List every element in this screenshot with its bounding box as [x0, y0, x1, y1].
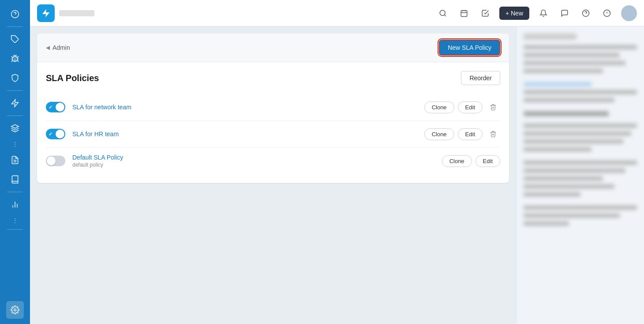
svg-rect-14 [461, 11, 467, 17]
logo-area [37, 4, 94, 22]
workspace-name[interactable] [59, 10, 94, 16]
hr-edit-button[interactable]: Edit [458, 128, 483, 140]
hr-toggle[interactable]: ✓ [46, 129, 65, 139]
settings-icon[interactable] [6, 301, 24, 319]
layers-more-dots[interactable]: ⋮ [10, 139, 20, 149]
shield-icon[interactable] [6, 69, 24, 87]
sla-section-header: SLA Policies Reorder [46, 71, 500, 85]
search-icon[interactable] [436, 6, 450, 20]
table-row: ✓ Default SLA Policy default policy Clon… [46, 148, 500, 174]
topbar: + New [30, 0, 644, 26]
network-toggle[interactable]: ✓ [46, 102, 65, 112]
hr-sla-actions: Clone Edit [424, 127, 500, 141]
sidebar-divider-1 [7, 26, 23, 27]
document-icon[interactable] [6, 151, 24, 169]
sla-panel: ◀ Admin New SLA Policy SLA Policies Reor… [37, 34, 509, 183]
svg-line-13 [444, 15, 446, 16]
content-area: ◀ Admin New SLA Policy SLA Policies Reor… [30, 26, 644, 324]
default-sla-name[interactable]: Default SLA Policy [72, 154, 435, 161]
network-sla-actions: Clone Edit [424, 100, 500, 114]
info-icon[interactable] [600, 6, 614, 20]
right-sidebar-content [524, 34, 637, 226]
default-clone-button[interactable]: Clone [442, 155, 472, 167]
avatar[interactable] [621, 5, 637, 21]
main-area: + New ◀ Admin [30, 0, 644, 324]
svg-marker-3 [12, 100, 19, 107]
chart-more-dots[interactable]: ⋮ [10, 215, 20, 226]
sla-section: SLA Policies Reorder ✓ SLA for network t… [37, 62, 509, 183]
default-sla-info: Default SLA Policy default policy [72, 154, 435, 168]
sla-list: ✓ SLA for network team Clone Edit [46, 94, 500, 174]
default-toggle[interactable]: ✓ [46, 156, 65, 166]
chart-icon[interactable] [6, 196, 24, 213]
bell-icon[interactable] [536, 6, 550, 20]
layers-icon[interactable] [6, 119, 24, 137]
breadcrumb[interactable]: ◀ Admin [46, 44, 70, 51]
calendar-icon[interactable] [457, 6, 471, 20]
svg-point-12 [440, 10, 445, 15]
hr-delete-button[interactable] [486, 127, 500, 141]
reorder-button[interactable]: Reorder [461, 71, 500, 85]
topbar-actions: + New [436, 5, 637, 21]
help-icon[interactable] [6, 5, 24, 23]
tasks-icon[interactable] [478, 6, 492, 20]
table-row: ✓ SLA for HR team Clone Edit [46, 121, 500, 148]
app-logo[interactable] [37, 4, 55, 22]
sidebar-divider-5 [7, 229, 23, 230]
sidebar-divider-4 [7, 192, 23, 192]
new-sla-policy-button[interactable]: New SLA Policy [439, 40, 500, 56]
chat-icon[interactable] [558, 6, 572, 20]
hr-clone-button[interactable]: Clone [424, 128, 454, 140]
new-button[interactable]: + New [499, 7, 529, 20]
bug-icon[interactable] [6, 50, 24, 67]
default-edit-button[interactable]: Edit [476, 155, 500, 167]
main-content: ◀ Admin New SLA Policy SLA Policies Reor… [30, 26, 516, 324]
bolt-icon[interactable] [6, 94, 24, 112]
network-sla-name[interactable]: SLA for network team [72, 104, 417, 111]
hr-sla-name[interactable]: SLA for HR team [72, 130, 417, 138]
default-sla-subtitle: default policy [72, 162, 435, 168]
breadcrumb-admin-label: Admin [52, 44, 70, 51]
right-sidebar [516, 26, 644, 324]
sla-policies-title: SLA Policies [46, 73, 99, 83]
tag-icon[interactable] [6, 30, 24, 48]
help-circle-icon[interactable] [579, 6, 593, 20]
network-clone-button[interactable]: Clone [424, 101, 454, 113]
svg-marker-4 [11, 125, 19, 128]
breadcrumb-arrow: ◀ [46, 45, 50, 51]
sidebar: ⋮ ⋮ [0, 0, 30, 324]
sidebar-divider-3 [7, 115, 23, 116]
table-row: ✓ SLA for network team Clone Edit [46, 94, 500, 121]
sidebar-divider-2 [7, 90, 23, 91]
book-icon[interactable] [6, 171, 24, 188]
network-edit-button[interactable]: Edit [458, 101, 483, 113]
panel-header: ◀ Admin New SLA Policy [37, 34, 509, 62]
default-sla-actions: Clone Edit [442, 155, 500, 167]
network-delete-button[interactable] [486, 100, 500, 114]
svg-marker-11 [42, 9, 50, 17]
svg-point-10 [14, 309, 16, 311]
